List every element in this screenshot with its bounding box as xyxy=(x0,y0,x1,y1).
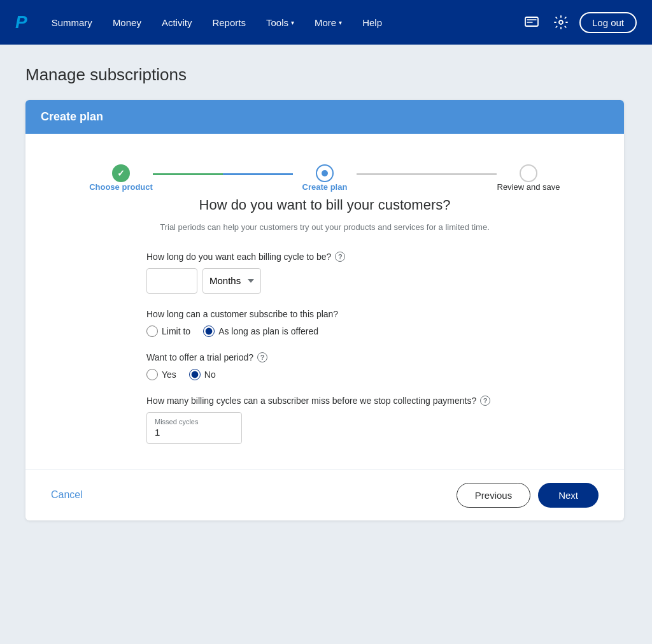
navbar: P Summary Money Activity Reports Tools ▾… xyxy=(0,0,652,45)
message-icon-button[interactable] xyxy=(521,13,542,32)
q2-label: How long can a customer subscribe to thi… xyxy=(146,309,503,319)
step-3-col: Review and save xyxy=(497,164,560,192)
page-container: Manage subscriptions Create plan ✓ Choos… xyxy=(0,45,652,644)
trial-no-label: No xyxy=(204,369,216,380)
q1-help-icon[interactable]: ? xyxy=(335,252,345,262)
nav-link-more[interactable]: More ▾ xyxy=(306,12,351,33)
next-button[interactable]: Next xyxy=(538,483,599,508)
page-title: Manage subscriptions xyxy=(25,65,627,85)
q4-label: How many billing cycles can a subscriber… xyxy=(146,396,503,406)
form-subtext: Trial periods can help your customers tr… xyxy=(146,221,503,234)
step-1-col: ✓ Choose product xyxy=(89,164,153,192)
logout-button[interactable]: Log out xyxy=(579,12,637,33)
step-1-circle: ✓ xyxy=(112,164,130,182)
previous-button[interactable]: Previous xyxy=(457,483,530,508)
step-3-circle xyxy=(520,164,537,182)
trial-yes-option[interactable]: Yes xyxy=(146,369,176,380)
trial-no-radio[interactable] xyxy=(189,369,201,380)
card-footer: Cancel Previous Next xyxy=(25,469,624,520)
card-header: Create plan xyxy=(25,100,624,134)
form-heading: How do you want to bill your customers? xyxy=(146,197,503,213)
form-section: How do you want to bill your customers? … xyxy=(146,197,503,444)
settings-icon-button[interactable] xyxy=(550,11,572,33)
nav-links: Summary Money Activity Reports Tools ▾ M… xyxy=(43,12,521,33)
subscribe-aslong-option[interactable]: As long as plan is offered xyxy=(203,326,318,337)
subscribe-limit-radio[interactable] xyxy=(146,326,158,337)
nav-link-activity[interactable]: Activity xyxy=(153,12,201,33)
q1-label: How long do you want each billing cycle … xyxy=(146,252,503,262)
trial-yes-label: Yes xyxy=(162,369,176,380)
connector-2-3 xyxy=(357,164,497,175)
missed-cycles-field-label: Missed cycles xyxy=(155,418,234,426)
missed-cycles-input[interactable] xyxy=(155,427,234,438)
svg-rect-0 xyxy=(525,17,538,26)
step-2-circle xyxy=(316,164,334,182)
connector-1-2 xyxy=(153,164,293,175)
card-header-title: Create plan xyxy=(41,110,103,123)
create-plan-card: Create plan ✓ Choose product xyxy=(25,100,624,520)
q3-label: Want to offer a trial period? ? xyxy=(146,352,503,362)
nav-actions: Log out xyxy=(521,11,637,33)
billing-cycle-number-input[interactable] xyxy=(146,268,197,294)
svg-point-1 xyxy=(559,20,563,24)
stepper: ✓ Choose product Create plan xyxy=(51,154,599,197)
card-body: ✓ Choose product Create plan xyxy=(25,134,624,469)
billing-cycle-unit-select[interactable]: Months Days Weeks Years xyxy=(202,268,261,294)
billing-cycle-row: Months Days Weeks Years xyxy=(146,268,503,294)
subscribe-aslong-label: As long as plan is offered xyxy=(218,326,318,336)
cancel-button[interactable]: Cancel xyxy=(51,489,83,501)
subscribe-radio-group: Limit to As long as plan is offered xyxy=(146,326,503,337)
missed-cycles-box: Missed cycles xyxy=(146,412,242,444)
step-3-label: Review and save xyxy=(497,182,560,192)
nav-link-reports[interactable]: Reports xyxy=(203,12,255,33)
nav-link-money[interactable]: Money xyxy=(104,12,150,33)
step-1-label: Choose product xyxy=(89,182,153,192)
nav-link-summary[interactable]: Summary xyxy=(43,12,101,33)
nav-link-help[interactable]: Help xyxy=(353,12,391,33)
trial-yes-radio[interactable] xyxy=(146,369,158,380)
step-2-col: Create plan xyxy=(293,164,357,192)
q4-help-icon[interactable]: ? xyxy=(480,396,490,406)
subscribe-aslong-radio[interactable] xyxy=(203,326,215,337)
trial-no-option[interactable]: No xyxy=(189,369,216,380)
trial-radio-group: Yes No xyxy=(146,369,503,380)
step-2-label: Create plan xyxy=(302,182,348,192)
subscribe-limit-to-option[interactable]: Limit to xyxy=(146,326,190,337)
footer-actions: Previous Next xyxy=(457,483,599,508)
paypal-logo: P xyxy=(15,12,27,32)
nav-link-tools[interactable]: Tools ▾ xyxy=(257,12,303,33)
subscribe-limit-label: Limit to xyxy=(162,326,190,336)
q3-help-icon[interactable]: ? xyxy=(257,352,267,362)
